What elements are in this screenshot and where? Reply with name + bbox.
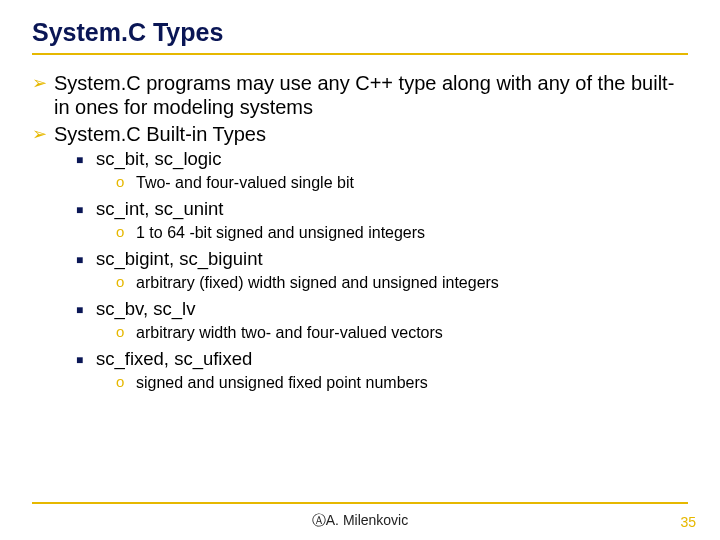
bullet-level-3: o arbitrary (fixed) width signed and uns… — [116, 273, 688, 293]
square-bullet-icon: ■ — [76, 348, 96, 371]
bullet-level-1: ➢ System.C programs may use any C++ type… — [32, 71, 688, 120]
bullet-text: System.C Built-in Types — [54, 122, 688, 146]
square-bullet-icon: ■ — [76, 148, 96, 171]
bullet-level-3: o Two- and four-valued single bit — [116, 173, 688, 193]
circle-bullet-icon: o — [116, 223, 136, 243]
slide-title: System.C Types — [32, 18, 688, 47]
bullet-text: Two- and four-valued single bit — [136, 173, 688, 193]
bullet-text: arbitrary (fixed) width signed and unsig… — [136, 273, 688, 293]
author-name: A. Milenkovic — [326, 512, 408, 528]
bullet-level-2: ■ sc_bv, sc_lv — [76, 298, 688, 321]
arrow-bullet-icon: ➢ — [32, 122, 54, 146]
arrow-bullet-icon: ➢ — [32, 71, 54, 120]
circle-bullet-icon: o — [116, 273, 136, 293]
bullet-text: sc_bigint, sc_biguint — [96, 248, 688, 271]
bullet-text: sc_int, sc_unint — [96, 198, 688, 221]
slide: System.C Types ➢ System.C programs may u… — [0, 0, 720, 540]
bullet-level-2: ■ sc_bit, sc_logic — [76, 148, 688, 171]
bullet-text: sc_bv, sc_lv — [96, 298, 688, 321]
bullet-text: 1 to 64 -bit signed and unsigned integer… — [136, 223, 688, 243]
bullet-text: sc_fixed, sc_ufixed — [96, 348, 688, 371]
square-bullet-icon: ■ — [76, 298, 96, 321]
square-bullet-icon: ■ — [76, 198, 96, 221]
bullet-level-2: ■ sc_fixed, sc_ufixed — [76, 348, 688, 371]
copyright-symbol: Ⓐ — [312, 512, 326, 528]
bullet-level-2: ■ sc_bigint, sc_biguint — [76, 248, 688, 271]
footer-divider — [32, 502, 688, 504]
bullet-text: System.C programs may use any C++ type a… — [54, 71, 688, 120]
circle-bullet-icon: o — [116, 173, 136, 193]
page-number: 35 — [680, 514, 696, 530]
bullet-level-2: ■ sc_int, sc_unint — [76, 198, 688, 221]
bullet-text: sc_bit, sc_logic — [96, 148, 688, 171]
circle-bullet-icon: o — [116, 373, 136, 393]
slide-content: ➢ System.C programs may use any C++ type… — [32, 71, 688, 393]
bullet-text: signed and unsigned fixed point numbers — [136, 373, 688, 393]
bullet-text: arbitrary width two- and four-valued vec… — [136, 323, 688, 343]
circle-bullet-icon: o — [116, 323, 136, 343]
bullet-level-3: o signed and unsigned fixed point number… — [116, 373, 688, 393]
bullet-level-3: o arbitrary width two- and four-valued v… — [116, 323, 688, 343]
bullet-level-1: ➢ System.C Built-in Types — [32, 122, 688, 146]
bullet-level-3: o 1 to 64 -bit signed and unsigned integ… — [116, 223, 688, 243]
footer-author: ⒶA. Milenkovic — [0, 512, 720, 530]
square-bullet-icon: ■ — [76, 248, 96, 271]
title-underline — [32, 53, 688, 55]
